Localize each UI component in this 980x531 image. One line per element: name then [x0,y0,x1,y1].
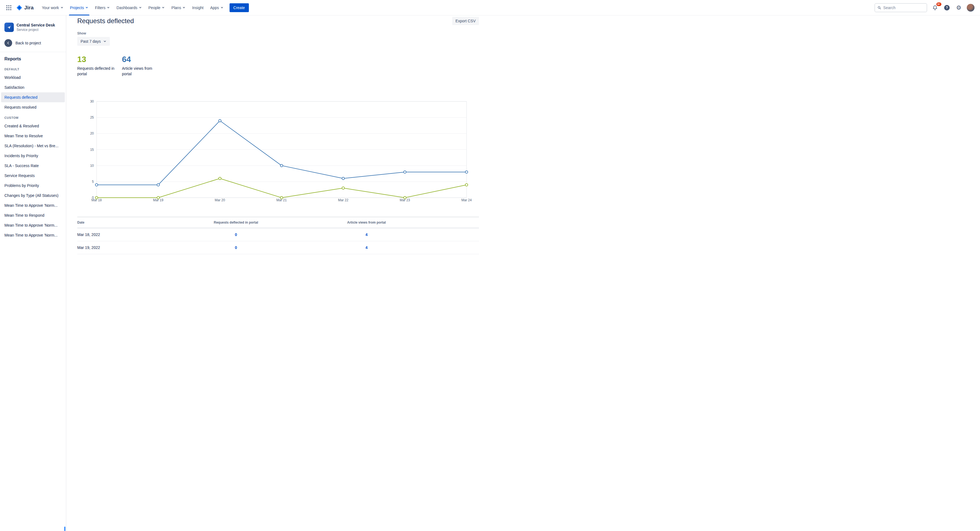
svg-text:15: 15 [90,148,94,152]
svg-text:10: 10 [90,164,94,168]
nav-item-dashboards[interactable]: Dashboards [113,0,145,16]
sidebar-item-mean-time-to-approve-norm[interactable]: Mean Time to Approve 'Norm... [1,230,65,240]
nav-item-apps[interactable]: Apps [207,0,227,16]
nav-item-insight[interactable]: Insight [189,0,207,16]
project-avatar [5,22,14,32]
app-switcher-icon[interactable] [4,3,14,13]
nav-item-label: Projects [70,6,84,10]
cell-requests-deflected: 0 [173,228,298,241]
deflected-count-link[interactable]: 0 [235,232,237,237]
create-button[interactable]: Create [229,3,249,12]
jira-logo[interactable]: Jira [16,5,33,11]
cell-spacer [435,241,479,254]
svg-text:Mar 20: Mar 20 [215,198,225,202]
date-range-value: Past 7 days [81,39,101,44]
chevron-down-icon [107,6,110,9]
nav-item-label: Your work [42,6,59,10]
deflection-line-chart: 051015202530Mar 18Mar 19Mar 20Mar 21Mar … [77,100,479,203]
svg-text:Mar 22: Mar 22 [338,198,348,202]
nav-item-label: Insight [192,6,203,10]
report-table: DateRequests deflected in portalArticle … [77,217,479,254]
sidebar-item-incidents-by-priority[interactable]: Incidents by Priority [1,151,65,161]
deflected-count-link[interactable]: 0 [235,246,237,250]
date-range-dropdown[interactable]: Past 7 days [77,37,110,46]
svg-text:Mar 24: Mar 24 [461,198,472,202]
svg-text:30: 30 [90,100,94,103]
nav-item-label: Plans [171,6,181,10]
cell-spacer [435,228,479,241]
nav-item-filters[interactable]: Filters [92,0,113,16]
sidebar-item-sla-resolution-met-vs-bre[interactable]: SLA (Resolution) - Met vs Bre... [1,141,65,151]
nav-item-label: Apps [210,6,219,10]
sidebar-item-mean-time-to-respond[interactable]: Mean Time to Respond [1,210,65,220]
project-name: Central Service Desk [17,23,55,27]
sidebar: Central Service Desk Service project Bac… [0,16,66,265]
export-csv-button[interactable]: Export CSV [452,17,479,25]
primary-nav: Your workProjectsFiltersDashboardsPeople… [39,0,227,16]
cell-article-views: 4 [298,241,435,254]
sidebar-section-default: DEFAULT [0,64,66,73]
nav-item-your-work[interactable]: Your work [39,0,67,16]
table-row: Mar 18, 202204 [77,228,479,241]
sidebar-item-satisfaction[interactable]: Satisfaction [1,82,65,92]
chevron-down-icon [139,6,142,9]
stat-article-views-from-portal: 64Article views from portal [122,55,161,77]
back-arrow-icon [5,39,12,47]
stat-label: Requests deflected in portal [77,66,116,77]
table-row: Mar 19, 202204 [77,241,479,254]
page-title: Requests deflected [77,17,134,25]
table-header-row: DateRequests deflected in portalArticle … [77,217,479,228]
chevron-down-icon [220,6,223,9]
reports-heading: Reports [0,57,66,62]
cell-date: Mar 18, 2022 [77,228,173,241]
chevron-down-icon [103,40,107,43]
project-header: Central Service Desk Service project [0,22,66,32]
nav-item-people[interactable]: People [145,0,168,16]
sidebar-item-sla-success-rate[interactable]: SLA - Success Rate [1,161,65,171]
svg-text:25: 25 [90,116,94,119]
table-header-date: Date [77,217,173,228]
sidebar-item-mean-time-to-approve-norm[interactable]: Mean Time to Approve 'Norm... [1,220,65,230]
cell-requests-deflected: 0 [173,241,298,254]
sidebar-item-problems-by-priority[interactable]: Problems by Priority [1,181,65,190]
nav-item-label: Filters [95,6,105,10]
chevron-down-icon [162,6,165,9]
article-views-link[interactable]: 4 [365,246,368,250]
nav-item-label: People [148,6,161,10]
svg-text:5: 5 [92,180,94,184]
sidebar-section-custom: CUSTOM [0,112,66,121]
nav-item-plans[interactable]: Plans [168,0,189,16]
rocket-icon [6,25,11,30]
stat-value: 13 [77,55,116,64]
sidebar-item-changes-by-type-all-statuses[interactable]: Changes by Type (All Statuses) [1,190,65,200]
summary-stats: 13Requests deflected in portal64Article … [77,55,479,77]
table-header-article-views-from-portal: Article views from portal [298,217,435,228]
stat-label: Article views from portal [122,66,161,77]
sidebar-item-workload[interactable]: Workload [1,73,65,82]
stat-requests-deflected-in-portal: 13Requests deflected in portal [77,55,116,77]
jira-logo-text: Jira [24,5,33,11]
sidebar-item-mean-time-to-approve-norm[interactable]: Mean Time to Approve 'Norm... [1,200,65,210]
sidebar-item-mean-time-to-resolve[interactable]: Mean Time to Resolve [1,131,65,141]
back-to-project[interactable]: Back to project [0,39,66,52]
chevron-down-icon [85,6,88,9]
main-content: Projects/Central Service Desk/Reports Re… [66,0,490,254]
table-header-requests-deflected-in-portal: Requests deflected in portal [173,217,298,228]
jira-logo-icon [16,5,22,11]
chevron-down-icon [182,6,185,9]
show-label: Show [77,32,479,35]
table-header-spacer [435,217,479,228]
chevron-down-icon [60,6,64,9]
top-navigation-bar: Jira Your workProjectsFiltersDashboardsP… [0,0,490,16]
svg-text:20: 20 [90,132,94,135]
sidebar-item-service-requests[interactable]: Service Requests [1,171,65,181]
nav-item-projects[interactable]: Projects [67,0,92,16]
article-views-link[interactable]: 4 [365,232,368,237]
sidebar-item-created-resolved[interactable]: Created & Resolved [1,121,65,131]
sidebar-item-requests-deflected[interactable]: Requests deflected [1,92,65,102]
back-to-project-label: Back to project [16,41,41,45]
nav-item-label: Dashboards [116,6,137,10]
line-chart-svg: 051015202530Mar 18Mar 19Mar 20Mar 21Mar … [77,100,479,202]
sidebar-item-requests-resolved[interactable]: Requests resolved [1,102,65,112]
stat-value: 64 [122,55,161,64]
